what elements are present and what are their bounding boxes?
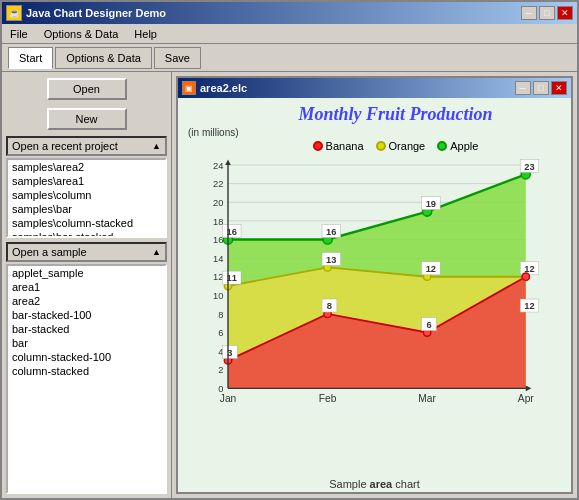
toolbar: Start Options & Data Save: [2, 44, 577, 72]
svg-text:8: 8: [218, 310, 223, 320]
sample-section-label: Open a sample: [12, 246, 87, 258]
banana-dot-apr: [522, 273, 529, 280]
chart-svg: 0 2 4 6 8 10 12 14 16 18 20 22 24: [228, 156, 563, 416]
list-item[interactable]: applet_sample: [8, 266, 165, 280]
svg-text:6: 6: [426, 320, 431, 330]
chart-subtitle: (in millions): [188, 127, 563, 138]
chart-close-button[interactable]: ✕: [551, 81, 567, 95]
sample-section-arrow: ▲: [152, 247, 161, 257]
main-content: Open New Open a recent project ▲ samples…: [2, 72, 577, 498]
chart-icon: ▣: [182, 81, 196, 95]
list-item[interactable]: area1: [8, 280, 165, 294]
chart-title-bar: ▣ area2.elc ─ □ ✕: [178, 78, 571, 98]
svg-text:24: 24: [213, 161, 223, 171]
recent-section-arrow: ▲: [152, 141, 161, 151]
svg-text:20: 20: [213, 198, 223, 208]
x-label-apr: Apr: [518, 393, 534, 404]
tab-options-data[interactable]: Options & Data: [55, 47, 152, 69]
recent-section-header[interactable]: Open a recent project ▲: [6, 136, 167, 156]
chart-minimize-button[interactable]: ─: [515, 81, 531, 95]
sample-list[interactable]: applet_sample area1 area2 bar-stacked-10…: [6, 264, 167, 494]
list-item[interactable]: bar-stacked-100: [8, 308, 165, 322]
svg-text:12: 12: [426, 264, 436, 274]
x-label-feb: Feb: [319, 393, 337, 404]
svg-text:10: 10: [213, 291, 223, 301]
tab-save[interactable]: Save: [154, 47, 201, 69]
x-label-mar: Mar: [418, 393, 436, 404]
app-icon: ☕: [6, 5, 22, 21]
svg-text:12: 12: [524, 301, 534, 311]
sample-section-header[interactable]: Open a sample ▲: [6, 242, 167, 262]
left-panel: Open New Open a recent project ▲ samples…: [2, 72, 172, 498]
list-item[interactable]: bar-stacked: [8, 322, 165, 336]
list-item[interactable]: samples\area2: [8, 160, 165, 174]
list-item[interactable]: samples\column: [8, 188, 165, 202]
svg-text:12: 12: [213, 272, 223, 282]
minimize-button[interactable]: ─: [521, 6, 537, 20]
menu-options-data[interactable]: Options & Data: [40, 26, 123, 42]
chart-window-controls: ─ □ ✕: [515, 81, 567, 95]
legend-label-orange: Orange: [389, 140, 426, 152]
list-item[interactable]: area2: [8, 294, 165, 308]
svg-text:2: 2: [218, 365, 223, 375]
legend-orange: Orange: [376, 140, 426, 152]
svg-text:16: 16: [213, 235, 223, 245]
list-item[interactable]: column-stacked: [8, 364, 165, 378]
apple-label-feb: 16: [326, 227, 336, 237]
svg-text:8: 8: [327, 301, 332, 311]
apple-label-mar: 19: [426, 199, 436, 209]
maximize-button[interactable]: □: [539, 6, 555, 20]
menu-file[interactable]: File: [6, 26, 32, 42]
chart-bottom-label: Sample area chart: [178, 476, 571, 492]
legend-dot-banana: [313, 141, 323, 151]
legend-apple: Apple: [437, 140, 478, 152]
legend-label-apple: Apple: [450, 140, 478, 152]
window-title: Java Chart Designer Demo: [26, 7, 517, 19]
svg-text:22: 22: [213, 179, 223, 189]
svg-marker-45: [225, 159, 231, 165]
open-button[interactable]: Open: [47, 78, 127, 100]
chart-maximize-button[interactable]: □: [533, 81, 549, 95]
title-bar: ☕ Java Chart Designer Demo ─ □ ✕: [2, 2, 577, 24]
legend-dot-orange: [376, 141, 386, 151]
list-item[interactable]: column-stacked-100: [8, 350, 165, 364]
chart-area: Monthly Fruit Production (in millions) B…: [178, 98, 571, 476]
svg-text:6: 6: [218, 328, 223, 338]
chart-title: Monthly Fruit Production: [228, 104, 563, 125]
list-item[interactable]: samples\area1: [8, 174, 165, 188]
list-item[interactable]: bar: [8, 336, 165, 350]
chart-legend: Banana Orange Apple: [228, 140, 563, 152]
recent-list[interactable]: samples\area2 samples\area1 samples\colu…: [6, 158, 167, 238]
menu-bar: File Options & Data Help: [2, 24, 577, 44]
sample-section-block: Open a sample ▲ applet_sample area1 area…: [6, 242, 167, 494]
chart-window-title: area2.elc: [200, 82, 511, 94]
svg-text:13: 13: [326, 255, 336, 265]
recent-section-label: Open a recent project: [12, 140, 118, 152]
svg-text:14: 14: [213, 254, 223, 264]
chart-window: ▣ area2.elc ─ □ ✕ Monthly Fruit Producti…: [176, 76, 573, 494]
list-item[interactable]: samples\bar-stacked: [8, 230, 165, 238]
list-item[interactable]: samples\bar: [8, 202, 165, 216]
legend-banana: Banana: [313, 140, 364, 152]
svg-marker-43: [526, 386, 532, 392]
close-button[interactable]: ✕: [557, 6, 573, 20]
svg-text:18: 18: [213, 217, 223, 227]
legend-label-banana: Banana: [326, 140, 364, 152]
recent-section-block: Open a recent project ▲ samples\area2 sa…: [6, 136, 167, 238]
menu-help[interactable]: Help: [130, 26, 161, 42]
list-item[interactable]: samples\column-stacked: [8, 216, 165, 230]
x-label-jan: Jan: [220, 393, 237, 404]
new-button[interactable]: New: [47, 108, 127, 130]
apple-label-apr: 23: [524, 162, 534, 172]
legend-dot-apple: [437, 141, 447, 151]
main-window: ☕ Java Chart Designer Demo ─ □ ✕ File Op…: [0, 0, 579, 500]
tab-start[interactable]: Start: [8, 47, 53, 69]
window-controls: ─ □ ✕: [521, 6, 573, 20]
